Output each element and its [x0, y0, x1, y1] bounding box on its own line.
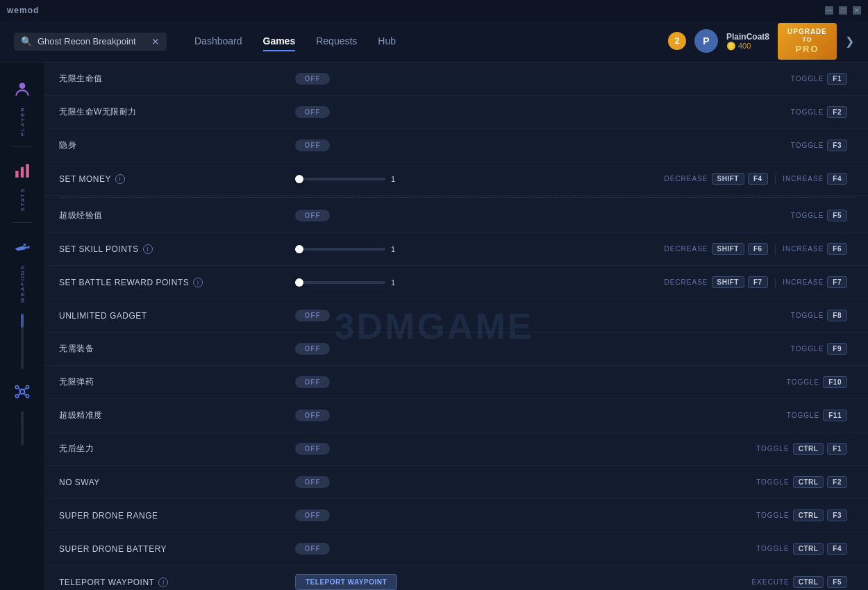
slider-value-skill: 1 [391, 245, 405, 253]
info-icon-money[interactable]: i [115, 174, 125, 184]
toggle-drone-battery[interactable]: OFF [295, 543, 330, 555]
kb-decrease: DECREASE [664, 245, 708, 253]
info-icon-skill[interactable]: i [143, 244, 153, 254]
kb-f3: F3 [827, 509, 847, 521]
teleport-waypoint-button[interactable]: TELEPORT WAYPOINT [295, 574, 397, 590]
cheat-name-drone-battery: SUPER DRONE BATTERY [59, 544, 295, 554]
toggle-control: OFF [295, 210, 791, 221]
user-info: PlainCoat8 🪙 400 [726, 32, 769, 51]
toggle-infinite-health[interactable]: OFF [295, 73, 330, 85]
upgrade-button[interactable]: UPGRADE TO PRO [778, 23, 837, 59]
cheat-name-accuracy: 超级精准度 [59, 410, 295, 421]
kb-f6b: F6 [827, 243, 847, 255]
close-button[interactable]: ✕ [853, 6, 861, 15]
tab-requests[interactable]: Requests [316, 32, 357, 51]
toggle-control: OFF [295, 140, 791, 151]
cheat-name-set-money: SET MONEY i [59, 174, 295, 184]
slider-thumb[interactable] [295, 175, 303, 183]
kb-f4: F4 [827, 543, 847, 555]
kb-f11: F11 [823, 410, 847, 421]
cheat-name-skill-points: SET SKILL POINTS i [59, 244, 295, 254]
toggle-control: OFF [295, 106, 791, 118]
search-clear-button[interactable]: ✕ [151, 36, 160, 47]
keybind-set-money: DECREASE SHIFT F4 | INCREASE F4 [664, 173, 847, 185]
cheat-name-no-recoil: 无后坐力 [59, 443, 295, 455]
search-box[interactable]: 🔍 Ghost Recon Breakpoint ✕ [14, 33, 167, 51]
kb-sep: | [774, 174, 777, 185]
chevron-down-icon[interactable]: ❯ [845, 35, 854, 48]
cheat-name-ammo: 无限弹药 [59, 376, 295, 388]
notification-badge[interactable]: 2 [668, 32, 686, 50]
keybind-infinite-health: TOGGLE F1 [791, 73, 847, 85]
upgrade-label-to: UPGRADE [787, 28, 827, 36]
toggle-control: OFF [295, 509, 756, 521]
window-controls: — □ ✕ [825, 6, 861, 15]
keybind-gadget: TOGGLE F8 [791, 310, 847, 321]
table-row: 超级经验值 OFF TOGGLE F5 [45, 199, 868, 233]
tab-dashboard[interactable]: Dashboard [194, 32, 242, 51]
toggle-control: OFF [295, 376, 787, 388]
section-weapons: UNLIMITED GADGET OFF TOGGLE F8 无需装备 OFF … [45, 299, 868, 499]
kb-execute: EXECUTE [751, 578, 789, 586]
toggle-drone-range[interactable]: OFF [295, 509, 330, 521]
toggle-control: OFF [295, 310, 791, 321]
kb-key-f2: F2 [827, 106, 847, 118]
toggle-control: OFF [295, 343, 791, 355]
kb-label: TOGGLE [787, 378, 820, 386]
info-icon-battle[interactable]: i [193, 278, 203, 287]
svg-point-6 [15, 386, 18, 389]
scroll-thumb [21, 314, 24, 328]
slider-track[interactable] [295, 281, 385, 284]
keybind-accuracy: TOGGLE F11 [787, 410, 847, 421]
toggle-control: OFF [295, 476, 756, 488]
maximize-button[interactable]: □ [839, 6, 847, 15]
sidebar-item-weapons[interactable] [0, 233, 44, 261]
toggle-accuracy[interactable]: OFF [295, 410, 330, 421]
sidebar-item-player[interactable] [0, 76, 44, 103]
kb-increase: INCREASE [783, 278, 824, 286]
coin-icon: 🪙 [726, 42, 736, 51]
toggle-ammo[interactable]: OFF [295, 376, 330, 388]
cheat-name-infinite-health: 无限生命值 [59, 73, 295, 85]
table-row: TELEPORT WAYPOINT i TELEPORT WAYPOINT EX… [45, 566, 868, 590]
scroll-track [21, 314, 24, 369]
tab-games[interactable]: Games [263, 32, 296, 51]
slider-track[interactable] [295, 248, 385, 251]
kb-f6: F6 [748, 243, 768, 255]
slider-set-money: 1 [295, 175, 664, 183]
info-icon-teleport-wp[interactable]: i [158, 578, 168, 587]
minimize-button[interactable]: — [825, 6, 833, 15]
toggle-control: OFF [295, 410, 787, 421]
section-drone: SUPER DRONE RANGE OFF TOGGLE CTRL F3 SUP… [45, 499, 868, 590]
kb-decrease: DECREASE [664, 278, 708, 286]
tab-hub[interactable]: Hub [378, 32, 396, 51]
slider-track[interactable] [295, 178, 385, 180]
table-row: 无限生命值 OFF TOGGLE F1 [45, 62, 868, 96]
toggle-no-sway[interactable]: OFF [295, 476, 330, 488]
kb-f8: F8 [827, 310, 847, 321]
slider-thumb[interactable] [295, 245, 303, 253]
slider-value-money: 1 [391, 175, 405, 183]
svg-point-0 [19, 83, 26, 89]
section-stats: SET MONEY i 1 DECREASE SHIFT F4 | INCREA… [45, 162, 868, 299]
kb-ctrl: CTRL [793, 543, 824, 555]
toggle-super-exp[interactable]: OFF [295, 210, 330, 221]
toggle-weapon-wear[interactable]: OFF [295, 343, 330, 355]
table-row: NO SWAY OFF TOGGLE CTRL F2 [45, 466, 868, 499]
sidebar-item-stats[interactable] [0, 158, 44, 184]
sidebar-item-drone[interactable] [0, 377, 44, 403]
toggle-stealth[interactable]: OFF [295, 140, 330, 151]
kb-increase: INCREASE [783, 175, 824, 183]
toggle-health-stamina[interactable]: OFF [295, 106, 330, 118]
toggle-control: OFF [295, 543, 756, 555]
kb-sep: | [774, 277, 777, 288]
keybind-no-recoil: TOGGLE CTRL F1 [756, 443, 847, 455]
toggle-no-recoil[interactable]: OFF [295, 443, 330, 455]
toggle-gadget[interactable]: OFF [295, 310, 330, 321]
keybind-teleport-waypoint: EXECUTE CTRL F5 [751, 576, 847, 588]
kb-f4: F4 [748, 173, 768, 185]
search-input-value[interactable]: Ghost Recon Breakpoint [37, 36, 146, 47]
slider-thumb[interactable] [295, 278, 303, 287]
kb-label: TOGGLE [756, 445, 790, 453]
slider-value-battle: 1 [391, 278, 405, 287]
